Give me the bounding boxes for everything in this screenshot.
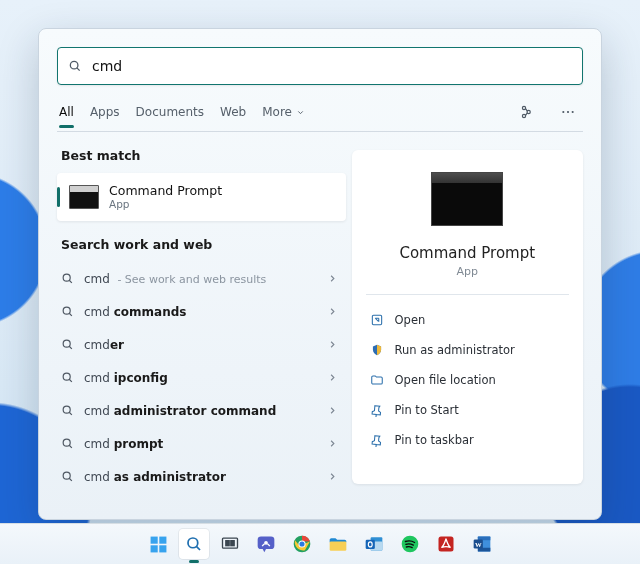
word-icon[interactable]: W: [467, 529, 497, 559]
search-icon: [61, 371, 74, 384]
taskview-icon[interactable]: [215, 529, 245, 559]
svg-point-7: [572, 111, 574, 113]
detail-action[interactable]: Run as administrator: [370, 335, 565, 365]
acrobat-icon[interactable]: [431, 529, 461, 559]
tab-documents[interactable]: Documents: [136, 105, 204, 119]
svg-point-2: [522, 106, 525, 109]
svg-point-12: [63, 340, 70, 347]
suggestion-text: cmd ipconfig: [84, 371, 327, 385]
search-icon: [61, 404, 74, 417]
taskbar: W: [0, 523, 640, 564]
tab-more[interactable]: More: [262, 105, 305, 119]
svg-point-5: [562, 111, 564, 113]
detail-column: Command Prompt App OpenRun as administra…: [352, 132, 583, 504]
detail-action[interactable]: Open file location: [370, 365, 565, 395]
detail-card: Command Prompt App OpenRun as administra…: [352, 150, 583, 484]
svg-rect-30: [226, 541, 229, 546]
suggestion-text: cmd as administrator: [84, 470, 327, 484]
svg-rect-37: [330, 542, 347, 551]
suggestion-text: cmd - See work and web results: [84, 272, 327, 286]
results-column: Best match Command Prompt App Search wor…: [57, 132, 352, 504]
svg-rect-26: [159, 545, 166, 552]
svg-rect-40: [366, 540, 375, 549]
search-icon: [61, 437, 74, 450]
svg-line-1: [77, 68, 80, 71]
svg-line-19: [69, 445, 72, 448]
suggestion-item[interactable]: cmd as administrator: [57, 460, 346, 493]
svg-line-13: [69, 346, 72, 349]
svg-rect-24: [159, 536, 166, 543]
suggestion-text: cmd prompt: [84, 437, 327, 451]
svg-text:W: W: [475, 541, 482, 548]
suggestion-item[interactable]: cmd - See work and web results: [57, 262, 346, 295]
chrome-icon[interactable]: [287, 529, 317, 559]
search-bar[interactable]: [57, 47, 583, 85]
org-search-icon[interactable]: [513, 99, 539, 125]
outlook-icon[interactable]: [359, 529, 389, 559]
command-prompt-icon: [69, 185, 99, 209]
open-icon: [370, 313, 385, 328]
suggestion-item[interactable]: cmd ipconfig: [57, 361, 346, 394]
suggestion-item[interactable]: cmd prompt: [57, 427, 346, 460]
action-label: Open file location: [395, 373, 496, 387]
svg-line-17: [69, 412, 72, 415]
suggestion-item[interactable]: cmd administrator command: [57, 394, 346, 427]
svg-line-28: [196, 546, 200, 550]
svg-point-8: [63, 274, 70, 281]
tab-all[interactable]: All: [59, 105, 74, 119]
suggestion-text: cmd commands: [84, 305, 327, 319]
detail-action[interactable]: Pin to taskbar: [370, 425, 565, 455]
folder-icon: [370, 373, 385, 388]
svg-point-27: [188, 538, 198, 548]
detail-subtitle: App: [370, 265, 565, 278]
spotify-icon[interactable]: [395, 529, 425, 559]
svg-point-20: [63, 472, 70, 479]
svg-rect-29: [223, 538, 238, 548]
svg-point-18: [63, 439, 70, 446]
action-label: Run as administrator: [395, 343, 515, 357]
start-icon[interactable]: [143, 529, 173, 559]
chat-icon[interactable]: [251, 529, 281, 559]
chevron-right-icon: [327, 339, 338, 350]
chevron-right-icon: [327, 372, 338, 383]
shield-icon: [370, 343, 385, 358]
action-label: Open: [395, 313, 426, 327]
search-icon: [68, 59, 82, 73]
pin-icon: [370, 433, 385, 448]
more-options-icon[interactable]: [555, 99, 581, 125]
detail-action[interactable]: Pin to Start: [370, 395, 565, 425]
action-label: Pin to taskbar: [395, 433, 474, 447]
svg-line-9: [69, 280, 72, 283]
chevron-right-icon: [327, 306, 338, 317]
search-icon: [61, 305, 74, 318]
pin-icon: [370, 403, 385, 418]
best-match-result[interactable]: Command Prompt App: [57, 173, 346, 221]
suggestion-item[interactable]: cmder: [57, 328, 346, 361]
search-icon[interactable]: [179, 529, 209, 559]
tab-apps[interactable]: Apps: [90, 105, 120, 119]
search-panel: All Apps Documents Web More Best match: [38, 28, 602, 520]
svg-point-0: [70, 61, 78, 69]
tab-web[interactable]: Web: [220, 105, 246, 119]
chevron-right-icon: [327, 438, 338, 449]
best-match-title: Command Prompt: [109, 184, 222, 198]
work-web-heading: Search work and web: [61, 237, 342, 252]
svg-point-14: [63, 373, 70, 380]
svg-rect-25: [150, 545, 157, 552]
chevron-right-icon: [327, 405, 338, 416]
chevron-down-icon: [296, 108, 305, 117]
search-input[interactable]: [90, 57, 572, 75]
detail-action[interactable]: Open: [370, 305, 565, 335]
suggestion-text: cmd administrator command: [84, 404, 327, 418]
svg-point-4: [522, 114, 525, 117]
suggestion-item[interactable]: cmd commands: [57, 295, 346, 328]
explorer-icon[interactable]: [323, 529, 353, 559]
chevron-right-icon: [327, 273, 338, 284]
suggestion-text: cmder: [84, 338, 327, 352]
svg-rect-31: [231, 541, 234, 546]
svg-point-10: [63, 307, 70, 314]
svg-rect-23: [150, 536, 157, 543]
best-match-heading: Best match: [61, 148, 342, 163]
chevron-right-icon: [327, 471, 338, 482]
search-icon: [61, 272, 74, 285]
